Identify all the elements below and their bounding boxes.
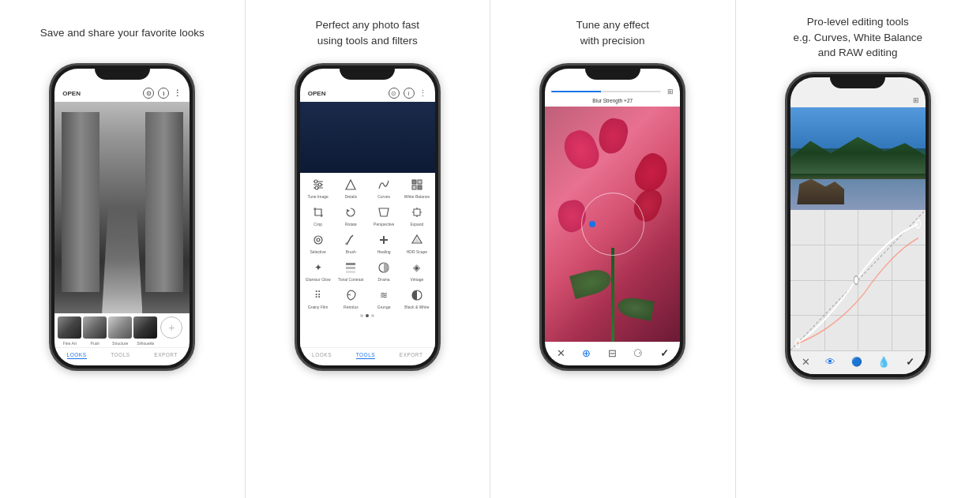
label-fineart: Fine Art bbox=[58, 341, 81, 346]
bw-icon bbox=[408, 286, 426, 304]
panel3-caption: Tune any effectwith precision bbox=[576, 14, 649, 52]
phone1-navbar: LOOKS TOOLS EXPORT bbox=[54, 347, 190, 365]
tune-icon bbox=[310, 176, 327, 193]
tool-grunge[interactable]: ≋ Grunge bbox=[368, 286, 400, 309]
progress-track bbox=[551, 91, 661, 92]
tool-expand[interactable]: Expand bbox=[401, 204, 433, 227]
tool-perspective[interactable]: Perspective bbox=[368, 204, 400, 227]
tool-drama[interactable]: Drama bbox=[368, 259, 400, 282]
phone4-toolbar: ✕ 👁 🔵 💧 ✓ bbox=[790, 350, 926, 374]
eye-icon[interactable]: 👁 bbox=[825, 356, 835, 368]
drama-icon bbox=[375, 259, 392, 276]
crop-label: Crop bbox=[314, 222, 322, 227]
healing-label: Healing bbox=[377, 249, 391, 254]
nav-tools[interactable]: TOOLS bbox=[111, 352, 130, 359]
phone-1: OPEN ⊙ i ⋮ bbox=[49, 63, 195, 371]
glamour-icon: ✦ bbox=[310, 259, 327, 276]
phone-3: ⊞ Blur Strength +27 bbox=[539, 63, 685, 371]
nav2-tools[interactable]: TOOLS bbox=[356, 352, 375, 359]
tool-tonal[interactable]: Tonal Contrast bbox=[335, 259, 366, 282]
phone2-icons: ⊙ i ⋮ bbox=[389, 88, 427, 99]
grainy-label: Grainy Film bbox=[308, 305, 329, 309]
tool-vintage[interactable]: ◈ Vintage bbox=[401, 259, 433, 282]
compare-icon4[interactable]: ⊞ bbox=[913, 96, 919, 104]
tune-label: Tune Image bbox=[307, 194, 329, 199]
panel4-caption: Pro-level editing toolse.g. Curves, Whit… bbox=[793, 14, 922, 61]
phone1-notch bbox=[95, 66, 150, 80]
confirm-icon4[interactable]: ✓ bbox=[906, 356, 914, 368]
phone1-thumbnails: + bbox=[54, 313, 190, 340]
tool-selective[interactable]: Selective bbox=[302, 231, 334, 254]
panel1-caption: Save and share your favorite looks bbox=[40, 14, 205, 52]
label-push: Push bbox=[83, 341, 107, 346]
tool-hdr[interactable]: HDR Scape bbox=[401, 231, 433, 254]
target-icon[interactable]: ⊕ bbox=[582, 347, 591, 359]
svg-rect-27 bbox=[346, 271, 355, 273]
tool-retrolux[interactable]: Retrolux bbox=[335, 286, 366, 309]
info-icon: i bbox=[158, 88, 169, 99]
filter-icon[interactable]: ⚆ bbox=[633, 347, 643, 359]
compare-icon[interactable]: ⊞ bbox=[667, 88, 674, 95]
cancel-icon4[interactable]: ✕ bbox=[802, 356, 810, 368]
phone1-screen: OPEN ⊙ i ⋮ bbox=[54, 69, 190, 365]
hdr-icon bbox=[408, 231, 426, 249]
svg-rect-9 bbox=[412, 185, 416, 189]
sliders-icon[interactable]: ⊟ bbox=[608, 347, 617, 359]
phone4-notch bbox=[830, 74, 885, 88]
wifi-icon: ⊙ bbox=[143, 88, 154, 99]
thumb-push[interactable] bbox=[83, 316, 107, 339]
thumb-fineart[interactable] bbox=[58, 316, 81, 339]
tool-crop[interactable]: Crop bbox=[302, 204, 334, 227]
svg-point-31 bbox=[854, 275, 858, 284]
panel-tools: Perfect any photo fastusing tools and fi… bbox=[246, 0, 491, 498]
color-icon[interactable]: 🔵 bbox=[851, 357, 862, 367]
tools-grid: Tune Image Details Curves bbox=[300, 173, 435, 347]
nav-export[interactable]: EXPORT bbox=[154, 352, 178, 359]
open-label: OPEN bbox=[62, 90, 81, 97]
more-icon2: ⋮ bbox=[419, 88, 427, 99]
thumb-silhouette[interactable] bbox=[133, 316, 157, 339]
curves-label: Curves bbox=[377, 194, 390, 199]
grunge-icon: ≋ bbox=[375, 286, 392, 304]
crop-icon bbox=[310, 204, 327, 221]
svg-point-4 bbox=[318, 183, 321, 186]
retrolux-label: Retrolux bbox=[344, 305, 359, 309]
tool-rotate[interactable]: Rotate bbox=[335, 204, 366, 227]
thumb-structure[interactable] bbox=[108, 316, 132, 339]
eyedrop-icon[interactable]: 💧 bbox=[877, 356, 890, 368]
retrolux-icon bbox=[342, 286, 359, 304]
thumb-add-button[interactable]: + bbox=[160, 316, 182, 339]
nav2-looks[interactable]: LOOKS bbox=[312, 352, 332, 359]
tool-grainy[interactable]: ⠿ Grainy Film bbox=[302, 286, 334, 309]
nav-looks[interactable]: LOOKS bbox=[67, 352, 87, 359]
tool-details[interactable]: Details bbox=[335, 176, 366, 199]
phone3-toolbar: ✕ ⊕ ⊟ ⚆ ✓ bbox=[545, 342, 680, 365]
svg-rect-25 bbox=[346, 263, 355, 265]
cancel-icon[interactable]: ✕ bbox=[557, 347, 565, 359]
nav2-export[interactable]: EXPORT bbox=[400, 352, 423, 359]
tool-curves[interactable]: Curves bbox=[368, 176, 400, 199]
expand-icon bbox=[408, 204, 426, 221]
svg-marker-6 bbox=[346, 180, 355, 189]
phone2-screen: OPEN ⊙ i ⋮ Tune Image bbox=[300, 69, 435, 365]
svg-rect-10 bbox=[418, 185, 422, 189]
tonal-icon bbox=[342, 259, 359, 276]
phone2-navbar: LOOKS TOOLS EXPORT bbox=[300, 347, 435, 365]
tools-row-5: ⠿ Grainy Film Retrolux ≋ Grunge bbox=[302, 286, 434, 309]
blur-label: Blur Strength +27 bbox=[551, 98, 674, 103]
tools-row-3: Selective Brush Healing bbox=[302, 231, 434, 254]
confirm-icon[interactable]: ✓ bbox=[660, 347, 669, 359]
tool-brush[interactable]: Brush bbox=[335, 231, 366, 254]
tool-white-balance[interactable]: White Balance bbox=[401, 176, 433, 199]
tool-glamour[interactable]: ✦ Glamour Glow bbox=[302, 259, 334, 282]
perspective-label: Perspective bbox=[374, 222, 394, 227]
svg-point-18 bbox=[314, 236, 322, 244]
brush-label: Brush bbox=[346, 249, 356, 254]
tool-bw[interactable]: Black & White bbox=[401, 286, 433, 309]
selective-label: Selective bbox=[310, 249, 325, 254]
tool-healing[interactable]: Healing bbox=[368, 231, 400, 254]
selection-point[interactable] bbox=[589, 221, 595, 227]
panel-pro: Pro-level editing toolse.g. Curves, Whit… bbox=[736, 0, 981, 498]
open-label2: OPEN bbox=[308, 90, 326, 97]
tool-tune-image[interactable]: Tune Image bbox=[302, 176, 334, 199]
